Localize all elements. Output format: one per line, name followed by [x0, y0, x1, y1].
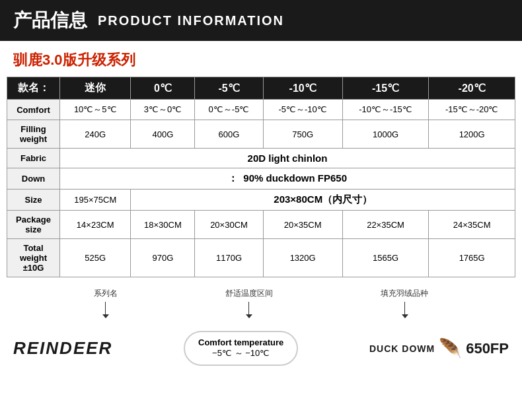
- duck-down-area: DUCK DOWM 🪶 650FP: [369, 337, 509, 359]
- duck-down-text: DUCK DOWM: [369, 343, 435, 354]
- comfort-m20: -15℃～-20℃: [429, 100, 515, 120]
- row-label-down: Down: [7, 168, 60, 190]
- comfort-badge: Comfort temperature −5℃ ～ −10℃: [184, 331, 298, 366]
- weight-m5: 1170G: [195, 239, 263, 277]
- product-table-container: 款名： 迷你 0℃ -5℃ -10℃ -15℃ -20℃ Comfort 10℃…: [0, 77, 522, 277]
- filling-mini: 240G: [60, 120, 131, 149]
- col-header-0: 0℃: [131, 77, 195, 100]
- size-mini: 195×75CM: [60, 190, 131, 211]
- comfort-mini: 10℃～5℃: [60, 100, 131, 120]
- pkg-m15: 22×35CM: [342, 211, 429, 239]
- row-label-weight: Total weight±10G: [7, 239, 60, 277]
- down-value: ： 90% duckdown FP650: [60, 168, 515, 190]
- filling-0: 400G: [131, 120, 195, 149]
- arrow-series: [105, 302, 106, 315]
- row-label-package: Packagesize: [7, 211, 60, 239]
- filling-m15: 1000G: [342, 120, 429, 149]
- weight-m10: 1320G: [263, 239, 342, 277]
- col-header-m15: -15℃: [342, 77, 429, 100]
- weight-m15: 1565G: [342, 239, 429, 277]
- pkg-mini: 14×23CM: [60, 211, 131, 239]
- header-english-title: PRODUCT INFORMATION: [98, 13, 284, 28]
- table-row: Comfort 10℃～5℃ 3℃～0℃ 0℃～-5℃ -5℃～-10℃ -10…: [7, 100, 515, 120]
- col-header-m20: -20℃: [429, 77, 515, 100]
- header-chinese-title: 产品信息: [13, 8, 87, 33]
- comfort-badge-title: Comfort temperature: [198, 337, 283, 347]
- label-series: 系列名: [94, 288, 118, 315]
- arrow-down-type: [404, 302, 405, 315]
- bottom-section: 系列名 舒适温度区间 填充羽绒品种 REINDEER Comfort tempe…: [0, 277, 522, 372]
- label-series-text: 系列名: [94, 288, 118, 299]
- comfort-0: 3℃～0℃: [131, 100, 195, 120]
- table-row: Size 195×75CM 203×80CM（内尺寸）: [7, 190, 515, 211]
- series-subtitle: 驯鹿3.0版升级系列: [0, 41, 522, 77]
- product-info-table: 款名： 迷你 0℃ -5℃ -10℃ -15℃ -20℃ Comfort 10℃…: [7, 77, 515, 277]
- col-header-mini: 迷你: [60, 77, 131, 100]
- brand-logo: REINDEER: [13, 338, 112, 359]
- table-row: Fillingweight 240G 400G 600G 750G 1000G …: [7, 120, 515, 149]
- table-row: Fabric 20D light chinlon: [7, 149, 515, 168]
- comfort-badge-temp: −5℃ ～ −10℃: [198, 347, 283, 359]
- pkg-m20: 24×35CM: [429, 211, 515, 239]
- header: 产品信息 PRODUCT INFORMATION: [0, 0, 522, 41]
- comfort-m5: 0℃～-5℃: [195, 100, 263, 120]
- row-label-size: Size: [7, 190, 60, 211]
- label-down-type-text: 填充羽绒品种: [381, 288, 428, 299]
- row-label-filling: Fillingweight: [7, 120, 60, 149]
- comfort-m10: -5℃～-10℃: [263, 100, 342, 120]
- filling-m10: 750G: [263, 120, 342, 149]
- label-down-type: 填充羽绒品种: [381, 288, 428, 315]
- bottom-labels-row: 系列名 舒适温度区间 填充羽绒品种: [13, 288, 509, 315]
- table-row: Total weight±10G 525G 970G 1170G 1320G 1…: [7, 239, 515, 277]
- label-comfort-temp-text: 舒适温度区间: [225, 288, 273, 299]
- col-header-m5: -5℃: [195, 77, 263, 100]
- page-wrapper: 产品信息 PRODUCT INFORMATION 驯鹿3.0版升级系列 款名： …: [0, 0, 522, 372]
- fp-badge: 650FP: [466, 340, 509, 357]
- row-label-fabric: Fabric: [7, 149, 60, 168]
- pkg-m5: 20×30CM: [195, 211, 263, 239]
- weight-mini: 525G: [60, 239, 131, 277]
- pkg-m10: 20×35CM: [263, 211, 342, 239]
- weight-m20: 1765G: [429, 239, 515, 277]
- bottom-bar: REINDEER Comfort temperature −5℃ ～ −10℃ …: [13, 331, 509, 366]
- weight-0: 970G: [131, 239, 195, 277]
- row-label-comfort: Comfort: [7, 100, 60, 120]
- size-span: 203×80CM（内尺寸）: [131, 190, 515, 211]
- fabric-value: 20D light chinlon: [60, 149, 515, 168]
- pkg-0: 18×30CM: [131, 211, 195, 239]
- filling-m5: 600G: [195, 120, 263, 149]
- arrow-comfort: [248, 302, 249, 315]
- table-row: Down ： 90% duckdown FP650: [7, 168, 515, 190]
- col-header-label: 款名：: [7, 77, 60, 100]
- filling-m20: 1200G: [429, 120, 515, 149]
- table-row: Packagesize 14×23CM 18×30CM 20×30CM 20×3…: [7, 211, 515, 239]
- feather-icon: 🪶: [439, 337, 462, 359]
- label-comfort-temp: 舒适温度区间: [225, 288, 273, 315]
- col-header-m10: -10℃: [263, 77, 342, 100]
- comfort-m15: -10℃～-15℃: [342, 100, 429, 120]
